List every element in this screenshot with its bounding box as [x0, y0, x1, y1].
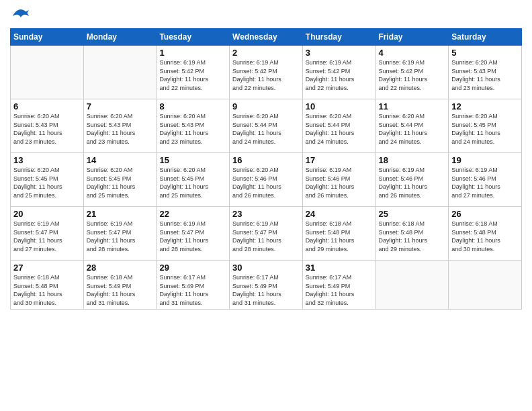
calendar-cell: 18Sunrise: 6:19 AM Sunset: 5:46 PM Dayli… [375, 153, 449, 207]
day-number: 27 [13, 263, 81, 273]
day-info: Sunrise: 6:19 AM Sunset: 5:47 PM Dayligh… [232, 220, 300, 253]
calendar-cell: 12Sunrise: 6:20 AM Sunset: 5:45 PM Dayli… [449, 99, 522, 153]
calendar-cell: 30Sunrise: 6:17 AM Sunset: 5:49 PM Dayli… [230, 261, 303, 310]
calendar-table: SundayMondayTuesdayWednesdayThursdayFrid… [10, 28, 522, 310]
day-number: 5 [451, 48, 519, 58]
day-number: 14 [87, 155, 154, 165]
day-info: Sunrise: 6:20 AM Sunset: 5:43 PM Dayligh… [159, 112, 226, 146]
day-number: 3 [306, 48, 373, 58]
calendar-cell: 4Sunrise: 6:19 AM Sunset: 5:42 PM Daylig… [375, 46, 449, 99]
day-number: 23 [232, 209, 300, 219]
calendar-cell: 23Sunrise: 6:19 AM Sunset: 5:47 PM Dayli… [230, 207, 303, 261]
weekday-friday: Friday [375, 29, 449, 46]
day-number: 15 [159, 155, 226, 165]
day-info: Sunrise: 6:18 AM Sunset: 5:48 PM Dayligh… [451, 220, 519, 253]
day-info: Sunrise: 6:18 AM Sunset: 5:49 PM Dayligh… [87, 273, 154, 307]
day-info: Sunrise: 6:19 AM Sunset: 5:47 PM Dayligh… [13, 220, 81, 253]
calendar-cell: 9Sunrise: 6:20 AM Sunset: 5:44 PM Daylig… [230, 99, 303, 153]
calendar-cell: 7Sunrise: 6:20 AM Sunset: 5:43 PM Daylig… [83, 99, 157, 153]
calendar-cell: 28Sunrise: 6:18 AM Sunset: 5:49 PM Dayli… [83, 261, 157, 310]
calendar-week-1: 1Sunrise: 6:19 AM Sunset: 5:42 PM Daylig… [11, 46, 522, 99]
calendar-cell [375, 261, 449, 310]
day-info: Sunrise: 6:18 AM Sunset: 5:48 PM Dayligh… [13, 273, 81, 307]
calendar-week-2: 6Sunrise: 6:20 AM Sunset: 5:43 PM Daylig… [11, 99, 522, 153]
day-info: Sunrise: 6:19 AM Sunset: 5:46 PM Dayligh… [306, 166, 373, 199]
day-number: 17 [306, 155, 373, 165]
calendar-week-4: 20Sunrise: 6:19 AM Sunset: 5:47 PM Dayli… [11, 207, 522, 261]
calendar-cell: 31Sunrise: 6:17 AM Sunset: 5:49 PM Dayli… [302, 261, 375, 310]
day-number: 2 [232, 48, 300, 58]
day-info: Sunrise: 6:20 AM Sunset: 5:44 PM Dayligh… [232, 112, 300, 146]
day-info: Sunrise: 6:17 AM Sunset: 5:49 PM Dayligh… [232, 273, 300, 307]
calendar-cell: 22Sunrise: 6:19 AM Sunset: 5:47 PM Dayli… [157, 207, 230, 261]
calendar-cell [11, 46, 84, 99]
logo [10, 7, 30, 23]
weekday-tuesday: Tuesday [157, 29, 230, 46]
day-info: Sunrise: 6:19 AM Sunset: 5:42 PM Dayligh… [159, 58, 226, 92]
day-info: Sunrise: 6:20 AM Sunset: 5:43 PM Dayligh… [13, 112, 81, 146]
day-info: Sunrise: 6:20 AM Sunset: 5:45 PM Dayligh… [451, 112, 519, 146]
calendar-cell: 5Sunrise: 6:20 AM Sunset: 5:43 PM Daylig… [449, 46, 522, 99]
calendar-cell: 15Sunrise: 6:20 AM Sunset: 5:45 PM Dayli… [157, 153, 230, 207]
calendar-cell: 14Sunrise: 6:20 AM Sunset: 5:45 PM Dayli… [83, 153, 157, 207]
day-info: Sunrise: 6:20 AM Sunset: 5:46 PM Dayligh… [232, 166, 300, 199]
weekday-monday: Monday [83, 29, 157, 46]
page-header [10, 7, 522, 23]
day-number: 10 [306, 101, 373, 111]
day-info: Sunrise: 6:20 AM Sunset: 5:43 PM Dayligh… [451, 58, 519, 92]
day-info: Sunrise: 6:20 AM Sunset: 5:43 PM Dayligh… [87, 112, 154, 146]
day-info: Sunrise: 6:20 AM Sunset: 5:44 PM Dayligh… [306, 112, 373, 146]
calendar-cell: 1Sunrise: 6:19 AM Sunset: 5:42 PM Daylig… [157, 46, 230, 99]
weekday-thursday: Thursday [302, 29, 375, 46]
day-info: Sunrise: 6:19 AM Sunset: 5:47 PM Dayligh… [159, 220, 226, 253]
calendar-cell: 11Sunrise: 6:20 AM Sunset: 5:44 PM Dayli… [375, 99, 449, 153]
calendar-cell: 19Sunrise: 6:19 AM Sunset: 5:46 PM Dayli… [449, 153, 522, 207]
calendar-cell: 17Sunrise: 6:19 AM Sunset: 5:46 PM Dayli… [302, 153, 375, 207]
calendar-week-5: 27Sunrise: 6:18 AM Sunset: 5:48 PM Dayli… [11, 261, 522, 310]
calendar-cell: 20Sunrise: 6:19 AM Sunset: 5:47 PM Dayli… [11, 207, 84, 261]
weekday-sunday: Sunday [11, 29, 84, 46]
day-info: Sunrise: 6:20 AM Sunset: 5:45 PM Dayligh… [159, 166, 226, 199]
calendar-cell [83, 46, 157, 99]
day-info: Sunrise: 6:17 AM Sunset: 5:49 PM Dayligh… [306, 273, 373, 307]
calendar-cell: 16Sunrise: 6:20 AM Sunset: 5:46 PM Dayli… [230, 153, 303, 207]
day-number: 29 [159, 263, 226, 273]
day-info: Sunrise: 6:18 AM Sunset: 5:48 PM Dayligh… [379, 220, 446, 253]
day-number: 30 [232, 263, 300, 273]
day-info: Sunrise: 6:17 AM Sunset: 5:49 PM Dayligh… [159, 273, 226, 307]
day-number: 25 [379, 209, 446, 219]
day-number: 6 [13, 101, 81, 111]
day-info: Sunrise: 6:20 AM Sunset: 5:44 PM Dayligh… [379, 112, 446, 146]
day-number: 21 [87, 209, 154, 219]
day-number: 1 [159, 48, 226, 58]
day-number: 16 [232, 155, 300, 165]
day-info: Sunrise: 6:20 AM Sunset: 5:45 PM Dayligh… [87, 166, 154, 199]
calendar-cell: 8Sunrise: 6:20 AM Sunset: 5:43 PM Daylig… [157, 99, 230, 153]
calendar-cell: 2Sunrise: 6:19 AM Sunset: 5:42 PM Daylig… [230, 46, 303, 99]
day-number: 11 [379, 101, 446, 111]
day-info: Sunrise: 6:19 AM Sunset: 5:42 PM Dayligh… [232, 58, 300, 92]
day-number: 9 [232, 101, 300, 111]
calendar-cell [449, 261, 522, 310]
day-number: 24 [306, 209, 373, 219]
day-number: 31 [306, 263, 373, 273]
logo-bird-icon [11, 7, 30, 26]
calendar-cell: 24Sunrise: 6:18 AM Sunset: 5:48 PM Dayli… [302, 207, 375, 261]
calendar-cell: 21Sunrise: 6:19 AM Sunset: 5:47 PM Dayli… [83, 207, 157, 261]
day-info: Sunrise: 6:20 AM Sunset: 5:45 PM Dayligh… [13, 166, 81, 199]
calendar-cell: 26Sunrise: 6:18 AM Sunset: 5:48 PM Dayli… [449, 207, 522, 261]
calendar-cell: 13Sunrise: 6:20 AM Sunset: 5:45 PM Dayli… [11, 153, 84, 207]
calendar-cell: 3Sunrise: 6:19 AM Sunset: 5:42 PM Daylig… [302, 46, 375, 99]
weekday-header-row: SundayMondayTuesdayWednesdayThursdayFrid… [11, 29, 522, 46]
weekday-wednesday: Wednesday [230, 29, 303, 46]
calendar-cell: 6Sunrise: 6:20 AM Sunset: 5:43 PM Daylig… [11, 99, 84, 153]
day-info: Sunrise: 6:19 AM Sunset: 5:47 PM Dayligh… [87, 220, 154, 253]
day-number: 7 [87, 101, 154, 111]
weekday-saturday: Saturday [449, 29, 522, 46]
day-info: Sunrise: 6:19 AM Sunset: 5:42 PM Dayligh… [379, 58, 446, 92]
day-info: Sunrise: 6:18 AM Sunset: 5:48 PM Dayligh… [306, 220, 373, 253]
day-number: 26 [451, 209, 519, 219]
day-info: Sunrise: 6:19 AM Sunset: 5:46 PM Dayligh… [451, 166, 519, 199]
day-number: 13 [13, 155, 81, 165]
calendar-cell: 27Sunrise: 6:18 AM Sunset: 5:48 PM Dayli… [11, 261, 84, 310]
